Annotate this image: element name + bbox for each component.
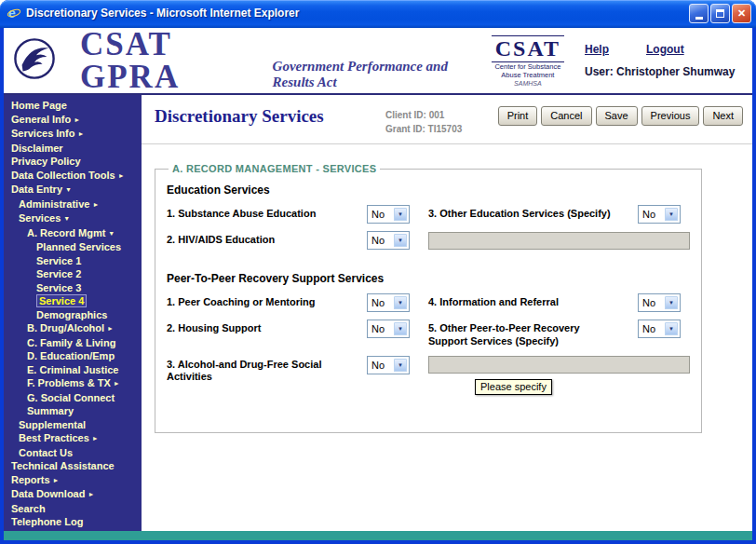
sidebar-item[interactable]: Demographics [4,308,142,322]
chevron-down-icon[interactable]: ▼ [664,295,679,310]
print-button[interactable]: Print [498,106,538,126]
please-specify-tooltip: Please specify [475,379,552,395]
sidebar-item[interactable]: General Info► [4,113,142,128]
sidebar-item-label: Service 4 [36,294,87,307]
sidebar-item[interactable]: Service 1 [4,254,142,268]
select-value: No [368,206,392,223]
next-button[interactable]: Next [703,106,743,126]
sidebar-item[interactable]: B. Drug/Alcohol► [4,321,142,336]
window-title: Discretionary Services - Microsoft Inter… [26,7,689,20]
sidebar-item[interactable]: Best Practices► [4,431,142,446]
app-header: CSAT GPRA Government Performance and Res… [4,28,752,95]
sidebar-item-label: Planned Services [36,241,121,252]
sidebar-item-label: Service 3 [36,282,81,293]
submenu-arrow-icon: ► [114,380,120,387]
sidebar-item[interactable]: Data Entry▼ [4,183,142,197]
housing-support-select[interactable]: No ▼ [367,320,410,338]
sidebar-item-label: A. Record Mgmt [27,227,105,238]
chevron-down-icon[interactable]: ▼ [393,358,408,373]
sidebar-item[interactable]: Data Collection Tools► [4,169,142,184]
sidebar-item[interactable]: Administrative► [4,197,142,212]
sidebar-item[interactable]: G. Social Connect [4,391,142,405]
brand-logo-text: CSAT GPRA [80,28,262,93]
submenu-arrow-icon: ▼ [65,186,72,193]
chevron-down-icon[interactable]: ▼ [393,295,408,310]
chevron-down-icon[interactable]: ▼ [664,207,679,222]
sidebar-item[interactable]: E. Criminal Justice [4,363,142,377]
previous-button[interactable]: Previous [641,106,700,126]
page-content: Discretionary Services Client ID: 001 Gr… [142,95,752,531]
sidebar-item[interactable]: Service 3 [4,281,142,295]
sidebar-item[interactable]: Summary [4,404,142,418]
bottom-bar [4,531,752,540]
sidebar-item[interactable]: Privacy Policy [4,155,142,169]
sidebar-item[interactable]: C. Family & Living [4,336,142,350]
peer-recovery-block: Peer-To-Peer Recovery Support Services 1… [167,272,690,395]
substance-abuse-education-select[interactable]: No ▼ [367,205,410,224]
maximize-button[interactable] [710,4,730,23]
hhs-logo [13,37,56,84]
sidebar-item[interactable]: Supplemental [4,418,142,432]
sidebar-item[interactable]: F. Problems & TX► [4,376,142,391]
csat-logo-line2: Abuse Treatment [492,71,564,79]
chevron-down-icon[interactable]: ▼ [393,321,408,336]
peer-coaching-select[interactable]: No ▼ [367,293,410,312]
grant-id-label: Grant ID: TI15703 [385,122,462,136]
chevron-down-icon[interactable]: ▼ [393,233,408,248]
chevron-down-icon[interactable]: ▼ [393,207,408,222]
save-button[interactable]: Save [596,106,638,126]
sidebar-item[interactable]: Services▼ [4,211,142,226]
hiv-aids-education-select[interactable]: No ▼ [367,231,410,250]
sidebar-item[interactable]: Contact Us [4,446,142,460]
sidebar-item[interactable]: Planned Services [4,240,142,254]
sidebar-item[interactable]: Service 4 [4,294,142,308]
question-label: 1. Substance Abuse Education [167,205,358,221]
sidebar-item-label: General Info [11,114,71,125]
sidebar-item-label: Administrative [19,198,89,210]
question-label: 2. Housing Support [167,320,358,335]
csat-logo: CSAT Center for Substance Abuse Treatmen… [492,35,564,87]
submenu-arrow-icon: ► [92,201,99,208]
other-education-services-select[interactable]: No ▼ [638,205,681,224]
sidebar-item[interactable]: Telephone Log [4,515,142,529]
sidebar-item[interactable]: Disclaimer [4,142,142,156]
select-value: No [368,320,392,337]
sidebar-item-label: E. Criminal Justice [27,364,118,375]
sidebar-item[interactable]: Service 2 [4,267,142,281]
cancel-button[interactable]: Cancel [541,106,591,126]
sidebar-item[interactable]: Technical Assistance [4,459,142,473]
sidebar-item-label: G. Social Connect [27,392,115,403]
sidebar-item-label: Best Practices [19,432,89,443]
page-title: Discretionary Services [155,106,385,127]
help-link[interactable]: Help [585,43,609,56]
sidebar-item[interactable]: Search [4,502,142,516]
sidebar-item-label: Disclaimer [11,143,63,154]
information-referral-select[interactable]: No ▼ [638,293,681,312]
sidebar-item[interactable]: Services Info► [4,127,142,142]
logout-link[interactable]: Logout [646,43,684,56]
sidebar-item-label: Data Collection Tools [11,170,115,181]
submenu-arrow-icon: ► [107,325,114,332]
sidebar-item-label: Privacy Policy [11,156,81,167]
sidebar-item-label: Reports [11,474,50,485]
submenu-arrow-icon: ▼ [63,215,70,222]
record-management-section: A. RECORD MANAGEMENT - SERVICES Educatio… [155,163,702,433]
social-activities-select[interactable]: No ▼ [367,356,410,374]
sidebar-item[interactable]: D. Education/Emp [4,349,142,363]
csat-logo-name: CSAT [492,35,564,62]
client-id-label: Client ID: 001 [385,108,462,122]
education-services-heading: Education Services [167,184,690,197]
sidebar-item[interactable]: Home Page [4,99,142,113]
submenu-arrow-icon: ► [77,130,84,137]
minimize-button[interactable] [689,4,709,23]
close-button[interactable]: ✕ [732,4,751,23]
sidebar-item-label: Summary [27,405,74,416]
window-titlebar[interactable]: e Discretionary Services - Microsoft Int… [0,0,756,28]
sidebar-item[interactable]: Data Download► [4,487,142,502]
chevron-down-icon[interactable]: ▼ [664,321,679,336]
submenu-arrow-icon: ► [74,116,80,123]
sidebar-item[interactable]: Reports► [4,473,142,488]
sidebar-item[interactable]: A. Record Mgmt▼ [4,226,142,241]
other-peer-recovery-select[interactable]: No ▼ [638,320,681,338]
select-value: No [639,206,663,223]
